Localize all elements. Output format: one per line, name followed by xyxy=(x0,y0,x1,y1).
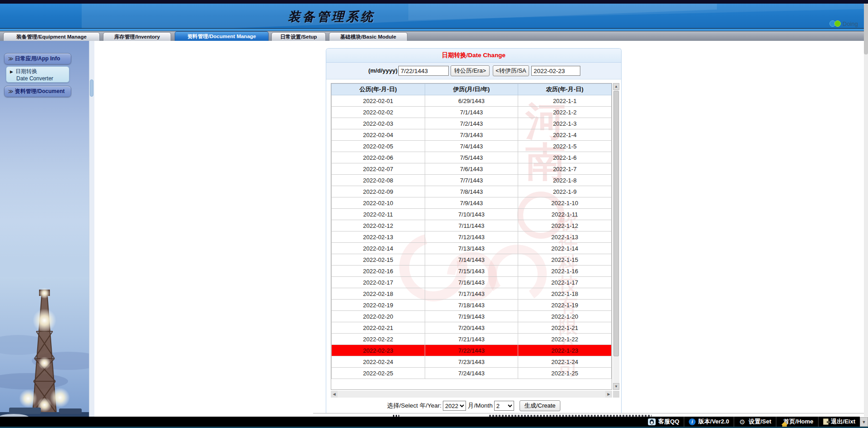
table-row[interactable]: 2022-02-147/13/14432022-1-14 xyxy=(332,243,612,254)
table-cell: 2022-02-12 xyxy=(332,220,425,231)
table-row[interactable]: 2022-02-057/4/14432022-1-5 xyxy=(332,141,612,152)
statusbar-item-qq[interactable]: 客服QQ xyxy=(643,417,684,427)
table-cell: 2022-1-21 xyxy=(518,322,612,334)
table-row[interactable]: 2022-02-137/12/14432022-1-13 xyxy=(332,231,612,243)
table-cell: 2022-02-25 xyxy=(332,368,425,379)
tab-3[interactable]: 资料管理/Document Manage xyxy=(175,31,269,41)
hijri-date-input[interactable] xyxy=(398,66,449,76)
table-row[interactable]: 2022-02-247/23/14432022-1-24 xyxy=(332,356,612,368)
table-cell: 7/3/1443 xyxy=(425,129,518,141)
table-row[interactable]: 2022-02-237/22/14432022-1-23 xyxy=(332,345,612,356)
table-row[interactable]: 2022-02-027/1/14432022-1-2 xyxy=(332,107,612,118)
table-cell: 2022-02-06 xyxy=(332,152,425,163)
table-row[interactable]: 2022-02-167/15/14432022-1-16 xyxy=(332,266,612,277)
table-vertical-scrollbar[interactable]: ▲ ▼ xyxy=(613,83,619,390)
table-row[interactable]: 2022-02-207/19/14432022-1-20 xyxy=(332,311,612,322)
table-row[interactable]: 2022-02-197/18/14432022-1-19 xyxy=(332,300,612,311)
table-cell: 7/2/1443 xyxy=(425,118,518,129)
frame-bottom-border xyxy=(313,413,864,413)
table-cell: 2022-02-10 xyxy=(332,197,425,209)
create-button[interactable]: 生成/Create xyxy=(520,400,561,411)
statusbar-item-exit[interactable]: 退出/Eixt xyxy=(818,417,860,427)
year-select[interactable]: 2022 xyxy=(443,401,466,411)
statusbar-item-gear[interactable]: ⚙设置/Set xyxy=(734,417,776,427)
table-cell: 2022-1-16 xyxy=(518,266,612,277)
qq-icon xyxy=(648,418,656,425)
gear-icon: ⚙ xyxy=(739,418,746,425)
scroll-right-icon[interactable]: ▶ xyxy=(605,391,612,398)
double-chevron-icon: ≫ xyxy=(8,56,13,62)
table-cell: 2022-1-11 xyxy=(518,209,612,220)
table-cell: 2022-1-14 xyxy=(518,243,612,254)
sidebar-scrollbar-thumb[interactable] xyxy=(90,79,93,97)
column-header: 农历(年-月-日) xyxy=(518,84,612,95)
tab-5[interactable]: 基础模块/Basic Module xyxy=(329,32,407,41)
sidebar-group-label: 资料管理/Document xyxy=(15,88,65,95)
table-cell: 2022-1-22 xyxy=(518,334,612,345)
table-row[interactable]: 2022-02-037/2/14432022-1-3 xyxy=(332,118,612,129)
table-row[interactable]: 2022-02-177/16/14432022-1-17 xyxy=(332,277,612,288)
table-row[interactable]: 2022-02-157/14/14432022-1-15 xyxy=(332,254,612,266)
statusbar-item-home[interactable]: 首页/Home xyxy=(776,417,818,427)
scroll-down-icon[interactable]: ▼ xyxy=(613,383,619,390)
status-indicator: Doing xyxy=(829,20,858,27)
table-cell: 2022-1-24 xyxy=(518,356,612,368)
table-vscroll-thumb[interactable] xyxy=(613,91,619,356)
panel-title: 日期转换/Date Change xyxy=(326,49,621,63)
table-row[interactable]: 2022-02-077/6/14432022-1-7 xyxy=(332,163,612,175)
table-row[interactable]: 2022-02-187/17/14432022-1-18 xyxy=(332,288,612,300)
month-select[interactable]: 2 xyxy=(494,401,514,411)
tab-1[interactable]: 装备管理/Equipment Manage xyxy=(3,32,100,41)
table-cell: 2022-1-19 xyxy=(518,300,612,311)
table-row[interactable]: 2022-02-257/24/14432022-1-25 xyxy=(332,368,612,379)
column-header: 公历(年-月-日) xyxy=(332,84,425,95)
scroll-up-icon[interactable]: ▲ xyxy=(613,83,619,90)
statusbar: 客服QQi版本/Ver2.0⚙设置/Set首页/Home退出/Eixt xyxy=(0,417,860,427)
gregorian-date-input[interactable] xyxy=(531,66,580,76)
table-row[interactable]: 2022-02-097/8/14432022-1-9 xyxy=(332,186,612,197)
table-row[interactable]: 2022-02-107/9/14432022-1-10 xyxy=(332,197,612,209)
table-cell: 2022-1-13 xyxy=(518,231,612,243)
table-cell: 7/7/1443 xyxy=(425,175,518,186)
table-row[interactable]: 2022-02-067/5/14432022-1-6 xyxy=(332,152,612,163)
table-horizontal-scrollbar[interactable]: ◀ ▶ xyxy=(331,391,612,398)
page-scrollbar-thumb[interactable] xyxy=(864,4,868,54)
top-dark-strip xyxy=(0,0,868,4)
page-scroll-down-icon[interactable]: ▼ xyxy=(860,417,868,427)
table-row[interactable]: 2022-02-087/7/14432022-1-8 xyxy=(332,175,612,186)
table-row[interactable]: 2022-02-227/21/14432022-1-22 xyxy=(332,334,612,345)
table-cell: 7/21/1443 xyxy=(425,334,518,345)
table-row[interactable]: 2022-02-117/10/14432022-1-11 xyxy=(332,209,612,220)
sidebar-scrollbar[interactable] xyxy=(89,41,94,417)
convert-to-hijri-button[interactable]: <转伊历/SA xyxy=(493,65,529,76)
tab-2[interactable]: 库存管理/Inventory xyxy=(103,32,171,41)
table-cell: 2022-1-18 xyxy=(518,288,612,300)
select-label: 选择/Select 年/Year: xyxy=(387,402,441,410)
table-row[interactable]: 2022-02-217/20/14432022-1-21 xyxy=(332,322,612,334)
sidebar-item-date-converter[interactable]: ▶日期转换 Date Converter xyxy=(6,66,69,83)
table-cell: 7/14/1443 xyxy=(425,254,518,266)
table-cell: 2022-1-4 xyxy=(518,129,612,141)
table-cell: 7/1/1443 xyxy=(425,107,518,118)
caret-right-icon: ▶ xyxy=(10,69,13,74)
format-label: (m/d/yyyy) xyxy=(353,67,397,74)
statusbar-item-info[interactable]: i版本/Ver2.0 xyxy=(684,417,734,427)
convert-to-era-button[interactable]: 转公历/Era> xyxy=(451,65,490,76)
sidebar-group-app-info[interactable]: ≫ 日常应用/App Info xyxy=(4,53,71,64)
generate-controls: 选择/Select 年/Year: 2022 月/Month 2 生成/Crea… xyxy=(326,399,621,413)
table-cell: 7/19/1443 xyxy=(425,311,518,322)
table-cell: 7/5/1443 xyxy=(425,152,518,163)
table-row[interactable]: 2022-02-016/29/14432022-1-1 xyxy=(332,95,612,107)
table-row[interactable]: 2022-02-127/11/14432022-1-12 xyxy=(332,220,612,231)
table-cell: 2022-02-16 xyxy=(332,266,425,277)
table-cell: 2022-02-05 xyxy=(332,141,425,152)
sidebar-group-document[interactable]: ≫ 资料管理/Document xyxy=(4,86,71,97)
tab-4[interactable]: 日常设置/Setup xyxy=(271,32,326,41)
scroll-left-icon[interactable]: ◀ xyxy=(331,391,338,398)
table-cell: 7/8/1443 xyxy=(425,186,518,197)
page-scrollbar[interactable] xyxy=(864,4,868,417)
table-row[interactable]: 2022-02-047/3/14432022-1-4 xyxy=(332,129,612,141)
sidebar: ≫ 日常应用/App Info ▶日期转换 Date Converter ≫ 资… xyxy=(0,41,89,417)
table-cell: 2022-02-03 xyxy=(332,118,425,129)
main-tabbar: 装备管理/Equipment Manage库存管理/Inventory资料管理/… xyxy=(0,31,868,41)
